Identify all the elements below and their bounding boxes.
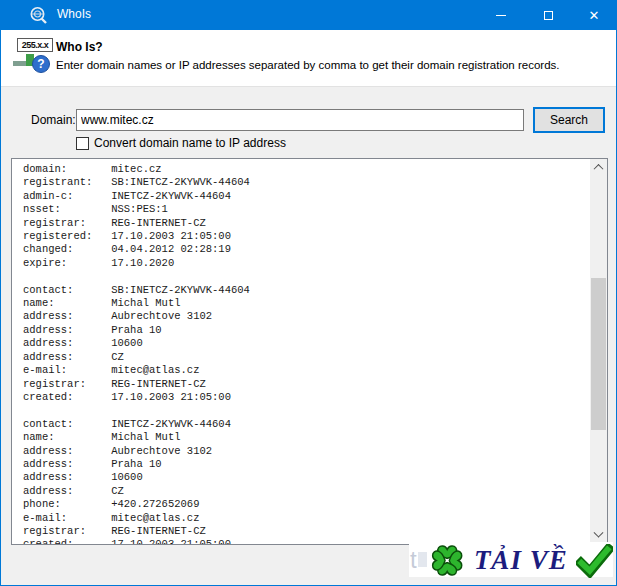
vertical-scrollbar[interactable] bbox=[590, 159, 607, 544]
page-title: Who Is? bbox=[56, 40, 103, 54]
hidden-text-box bbox=[418, 552, 427, 567]
scrollbar-thumb[interactable] bbox=[591, 278, 606, 430]
whois-results-text: domain: mitec.cz registrant: SB:INETCZ-2… bbox=[23, 163, 250, 545]
search-button[interactable]: Search bbox=[533, 107, 605, 133]
watermark-banner: t TẢI VỀ bbox=[409, 542, 613, 577]
maximize-button[interactable] bbox=[525, 0, 571, 30]
close-button[interactable]: ✕ bbox=[571, 0, 617, 30]
close-icon: ✕ bbox=[589, 9, 600, 22]
hidden-text-fragment: t bbox=[410, 545, 417, 575]
header-panel: 255.x.x ? Who Is? Enter domain names or … bbox=[1, 30, 617, 87]
whois-window: WhoIs ✕ 255.x.x ? Who Is? Enter domain n… bbox=[0, 0, 617, 586]
minimize-icon bbox=[496, 15, 506, 16]
whois-ip-icon: 255.x.x ? bbox=[13, 37, 55, 77]
results-panel: domain: mitec.cz registrant: SB:INETCZ-2… bbox=[11, 158, 608, 545]
app-magnifier-icon bbox=[29, 6, 48, 25]
minimize-button[interactable] bbox=[478, 0, 524, 30]
convert-checkbox-label: Convert domain name to IP address bbox=[94, 136, 286, 150]
title-bar: WhoIs ✕ bbox=[1, 0, 616, 30]
question-icon: ? bbox=[32, 55, 50, 73]
checkmark-icon bbox=[576, 544, 613, 578]
window-title: WhoIs bbox=[57, 7, 91, 21]
chevron-down-icon bbox=[594, 528, 604, 538]
domain-input[interactable] bbox=[76, 109, 524, 131]
ip-box-icon: 255.x.x bbox=[17, 38, 53, 52]
domain-label: Domain: bbox=[31, 113, 76, 127]
maximize-icon bbox=[544, 11, 553, 20]
watermark-text: TẢI VỀ bbox=[474, 545, 568, 575]
convert-checkbox[interactable] bbox=[76, 137, 89, 150]
chevron-up-icon bbox=[594, 164, 604, 174]
scroll-up-button[interactable] bbox=[590, 159, 607, 176]
four-leaf-clover-icon bbox=[429, 542, 465, 579]
page-description: Enter domain names or IP addresses separ… bbox=[56, 59, 559, 71]
